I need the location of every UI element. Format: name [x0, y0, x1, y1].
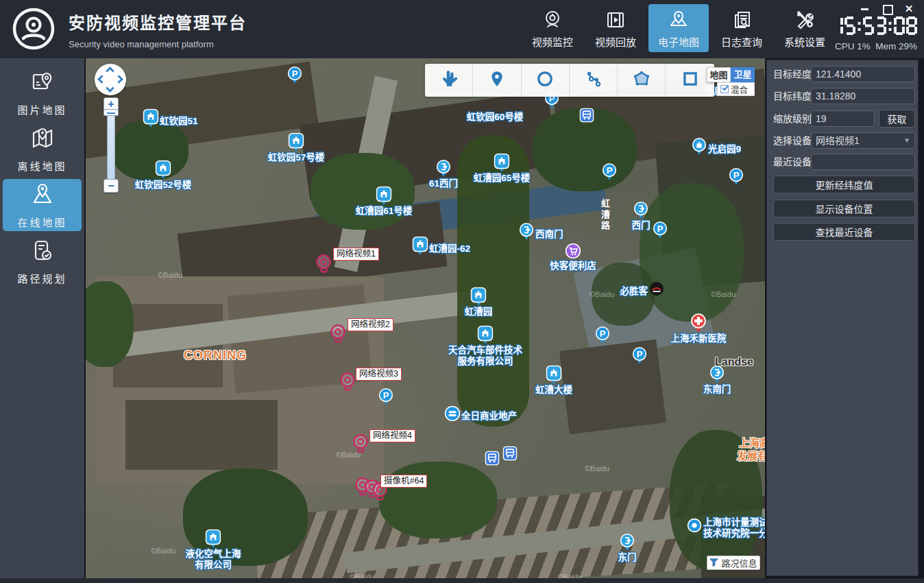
system-settings-icon — [793, 8, 816, 32]
zoom-level-input[interactable] — [811, 110, 875, 127]
polygon-tool[interactable] — [618, 64, 666, 97]
shop-icon — [566, 243, 581, 261]
left-sidebar: 图片地图 离线地图 在线地图 路径规划 — [0, 58, 84, 578]
device-label[interactable]: 网络视频4 — [369, 429, 415, 442]
hybrid-checkbox[interactable]: 混合 — [717, 82, 755, 96]
sidebar-item-route-planning[interactable]: 路径规划 — [3, 235, 82, 287]
close-button[interactable]: ✕ — [903, 4, 914, 14]
sidebar-item-offline-map[interactable]: 离线地图 — [3, 123, 82, 175]
pan-down-icon[interactable] — [106, 84, 114, 93]
device-select[interactable]: 网络视频1 ▼ — [811, 132, 915, 149]
nav-label: 电子地图 — [658, 34, 699, 49]
poi-label: 液化空气上海有限公司 — [186, 549, 241, 571]
pan-up-icon[interactable] — [106, 67, 114, 75]
pan-left-icon[interactable] — [97, 75, 106, 84]
bus-icon — [580, 108, 594, 126]
bus-icon — [485, 451, 500, 468]
find-nearest-device-button[interactable]: 查找最近设备 — [773, 223, 915, 241]
poi-label: 虹漕园61号楼 — [356, 206, 413, 217]
nearest-device-row: 最近设备 — [773, 154, 915, 170]
drag-tool[interactable] — [425, 64, 473, 97]
sidebar-label: 在线地图 — [17, 215, 66, 229]
map-text-label: 发展有 — [737, 448, 765, 462]
zoom-level-row: 缩放级别 获取 — [773, 110, 915, 127]
target-latitude-label: 目标纬度 — [773, 88, 812, 104]
device-label[interactable]: 网络视频3 — [356, 368, 402, 381]
get-button[interactable]: 获取 — [879, 110, 915, 128]
nearest-device-input[interactable] — [811, 154, 915, 170]
nav-system-settings[interactable]: 系统设置 — [775, 4, 835, 52]
baidu-watermark: ©Baidu — [589, 290, 614, 298]
header-bar: 安防视频监控管理平台 Security video management pla… — [0, 0, 924, 58]
minimize-button[interactable] — [860, 4, 871, 14]
poi-label: 虹钦园52号楼 — [135, 180, 192, 191]
circle-tool[interactable] — [522, 64, 570, 97]
building-icon — [471, 287, 487, 309]
building-icon — [376, 186, 392, 208]
poi-label: 东门 — [618, 552, 637, 563]
map-pan-control[interactable] — [95, 64, 126, 95]
layer-satellite-button[interactable]: 卫星 — [731, 67, 755, 82]
nav-label: 视频回放 — [595, 34, 636, 49]
traffic-label: 路况信息 — [721, 556, 757, 569]
building-icon — [478, 325, 494, 347]
polyline-tool[interactable] — [570, 64, 618, 97]
polyline-tool-icon — [585, 70, 603, 91]
window-bottom-frame — [0, 578, 924, 583]
map-text-label: CORNING — [184, 348, 247, 363]
svg-text:P: P — [733, 170, 740, 180]
baidu-watermark: ©Baidu — [711, 290, 735, 298]
target-longitude-label: 目标经度 — [773, 66, 812, 82]
svg-text:P: P — [657, 224, 664, 234]
maximize-button[interactable] — [882, 4, 892, 14]
nav-electronic-map[interactable]: 电子地图 — [648, 4, 709, 52]
layer-map-button[interactable]: 地图 — [707, 67, 731, 82]
nav-label: 视频监控 — [532, 34, 573, 49]
poi-label: 东南门 — [703, 384, 731, 395]
target-latitude-input[interactable] — [811, 88, 915, 104]
baidu-watermark: ©Baidu — [350, 573, 374, 578]
hand-tool-icon — [440, 70, 458, 91]
sidebar-item-picture-map[interactable]: 图片地图 — [3, 67, 82, 119]
zoom-slider-handle[interactable] — [104, 109, 119, 116]
update-latlng-button[interactable]: 更新经纬度值 — [773, 176, 915, 193]
layer-toggle: 地图 卫星 — [707, 67, 755, 82]
target-longitude-input[interactable] — [811, 66, 915, 82]
nav-video-monitor[interactable]: 视频监控 — [522, 4, 583, 52]
nav-log-query[interactable]: 日志查询 — [712, 4, 772, 52]
video-playback-icon — [604, 8, 627, 32]
traffic-info-button[interactable]: 路况信息 — [707, 556, 760, 570]
pan-right-icon[interactable] — [114, 75, 123, 84]
map-canvas[interactable]: 光启虹漕路CORNINGLandse上海高发展有©Baidu©Baidu©Bai… — [86, 58, 765, 578]
parking-icon: P — [596, 326, 610, 347]
target-latitude-row: 目标纬度 — [773, 88, 915, 104]
online-map-icon — [29, 181, 56, 211]
window-controls: ✕ — [860, 4, 914, 14]
device-label[interactable]: 网络视频1 — [333, 248, 379, 261]
gate-icon — [710, 366, 725, 386]
nearest-device-label: 最近设备 — [773, 154, 812, 170]
device-label[interactable]: 摄像机#64 — [380, 475, 427, 488]
application-window: 安防视频监控管理平台 Security video management pla… — [0, 0, 924, 583]
marker-tool-icon — [488, 70, 506, 91]
zoom-out-button[interactable]: − — [104, 179, 119, 193]
polygon-tool-icon — [633, 70, 651, 91]
nav-video-playback[interactable]: 视频回放 — [585, 4, 646, 52]
svg-text:P: P — [637, 349, 643, 359]
marker-tool[interactable] — [473, 64, 521, 97]
baidu-watermark: ©Baidu — [151, 547, 175, 555]
dot-icon — [688, 519, 702, 536]
show-device-position-button[interactable]: 显示设备位置 — [773, 200, 915, 217]
nav-label: 系统设置 — [784, 34, 825, 49]
sidebar-item-online-map[interactable]: 在线地图 — [3, 179, 82, 231]
zoom-level-label: 缩放级别 — [773, 110, 812, 127]
poi-label: 上海市计量测试技术研究院一分部 — [703, 517, 765, 539]
zoom-slider-track[interactable] — [107, 112, 115, 180]
select-device-row: 选择设备 网络视频1 ▼ — [773, 132, 915, 149]
device-label[interactable]: 网络视频2 — [348, 318, 393, 331]
sidebar-label: 路径规划 — [17, 271, 66, 285]
cpu-mem-stats: CPU 1% Mem 29% — [835, 41, 917, 51]
poi-label: 上海禾新医院 — [671, 333, 727, 344]
select-device-label: 选择设备 — [773, 132, 812, 149]
svg-text:P: P — [600, 329, 606, 339]
